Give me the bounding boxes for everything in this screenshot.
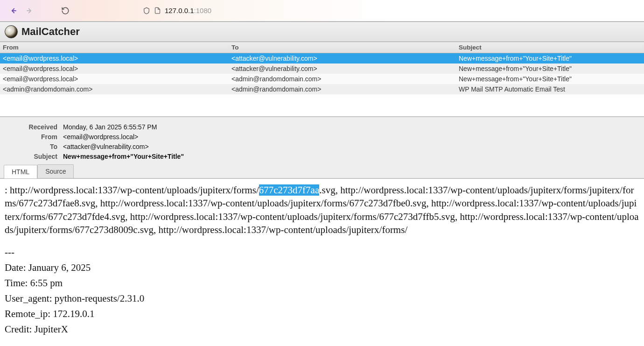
meta-value-received: Monday, 6 Jan 2025 6:55:57 PM — [63, 123, 157, 131]
column-header-to[interactable]: To — [229, 42, 456, 53]
meta-value-to: <attacker@vulnerability.com> — [63, 143, 149, 150]
message-list: From To Subject <email@wordpress.local><… — [0, 42, 644, 117]
cell-from: <email@wordpress.local> — [0, 53, 229, 64]
table-row[interactable]: <email@wordpress.local><attacker@vulnera… — [0, 53, 644, 64]
body-url-prefix: : http://wordpress.local:1337/wp-content… — [5, 184, 259, 196]
cell-to: <admin@randomdomain.com> — [229, 84, 456, 94]
column-header-subject[interactable]: Subject — [456, 42, 644, 53]
cell-from: <admin@randomdomain.com> — [0, 84, 229, 94]
shield-icon — [143, 7, 150, 14]
browser-toolbar: 127.0.0.1:1080 — [0, 0, 644, 21]
forward-button[interactable] — [21, 2, 38, 19]
cell-subject: New+message+from+"Your+Site+Title" — [456, 74, 644, 84]
message-table: From To Subject <email@wordpress.local><… — [0, 42, 644, 94]
body-meta-time: Time: 6:55 pm — [5, 276, 639, 290]
reload-icon — [61, 7, 70, 15]
url-bar[interactable]: 127.0.0.1:1080 — [139, 3, 639, 18]
table-row[interactable]: <admin@randomdomain.com><admin@randomdom… — [0, 84, 644, 94]
cell-to: <attacker@vulnerability.com> — [229, 53, 456, 64]
body-meta-credit: Credit: JupiterX — [5, 323, 639, 336]
meta-label-received: Received — [0, 123, 63, 131]
cell-subject: WP Mail SMTP Automatic Email Test — [456, 84, 644, 94]
meta-value-from: <email@wordpress.local> — [63, 133, 138, 141]
meta-label-subject: Subject — [0, 153, 63, 160]
meta-label-from: From — [0, 133, 63, 141]
table-row[interactable]: <email@wordpress.local><attacker@vulnera… — [0, 64, 644, 74]
cell-subject: New+message+from+"Your+Site+Title" — [456, 53, 644, 64]
back-button[interactable] — [5, 2, 21, 19]
url-port: :1080 — [194, 7, 212, 14]
app-title: MailCatcher — [21, 26, 80, 38]
reload-button[interactable] — [57, 2, 74, 19]
view-tabs: HTML Source — [0, 161, 644, 178]
arrow-right-icon — [26, 7, 34, 15]
cell-from: <email@wordpress.local> — [0, 64, 229, 74]
body-meta-date: Date: January 6, 2025 — [5, 261, 639, 275]
page-icon — [154, 7, 161, 14]
mailcatcher-logo-icon — [5, 25, 18, 38]
column-header-from[interactable]: From — [0, 42, 229, 53]
tab-source[interactable]: Source — [37, 164, 74, 178]
body-meta-ua: User_agent: python-requests/2.31.0 — [5, 292, 639, 305]
cell-subject: New+message+from+"Your+Site+Title" — [456, 64, 644, 74]
message-body: : http://wordpress.local:1337/wp-content… — [0, 178, 644, 346]
tab-html[interactable]: HTML — [4, 165, 37, 178]
app-header: MailCatcher — [0, 21, 644, 42]
table-row[interactable]: <email@wordpress.local><admin@randomdoma… — [0, 74, 644, 84]
body-separator: --- — [5, 246, 639, 259]
message-detail-meta: Received Monday, 6 Jan 2025 6:55:57 PM F… — [0, 117, 644, 178]
url-host: 127.0.0.1 — [165, 7, 194, 14]
arrow-left-icon — [9, 7, 17, 15]
body-meta-ip: Remote_ip: 172.19.0.1 — [5, 307, 639, 321]
cell-from: <email@wordpress.local> — [0, 74, 229, 84]
body-url-highlight: 677c273d7f7aa — [259, 184, 319, 196]
meta-value-subject: New+message+from+"Your+Site+Title" — [63, 153, 184, 160]
body-urls: : http://wordpress.local:1337/wp-content… — [5, 184, 639, 236]
cell-to: <admin@randomdomain.com> — [229, 74, 456, 84]
meta-label-to: To — [0, 143, 63, 150]
cell-to: <attacker@vulnerability.com> — [229, 64, 456, 74]
